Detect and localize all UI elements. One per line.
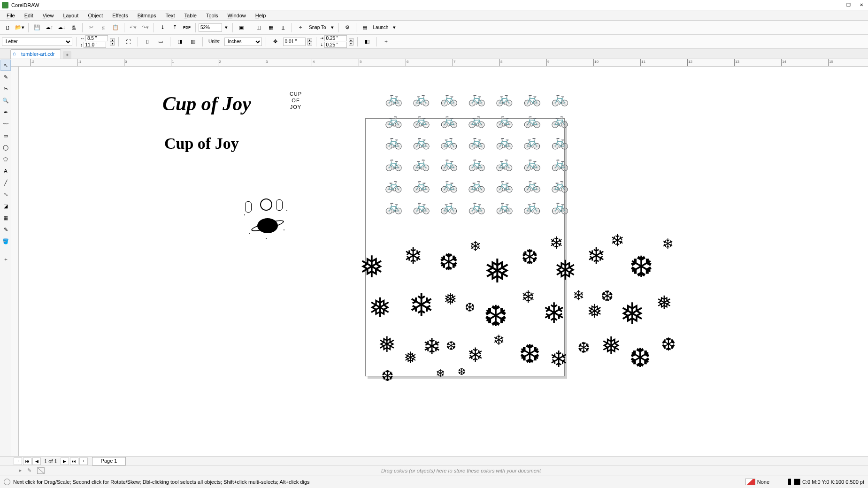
bike-glyph[interactable]: 🚲	[551, 132, 568, 151]
show-rulers-button[interactable]: ◫	[253, 22, 264, 33]
snowflake-glyph[interactable]: ❅	[378, 332, 396, 357]
bike-glyph[interactable]: 🚲	[496, 89, 513, 108]
snowflake-glyph[interactable]: ❅	[369, 292, 392, 324]
bike-glyph[interactable]: 🚲	[523, 89, 541, 108]
snowflake-glyph[interactable]: ❄	[549, 233, 563, 253]
ellipse-tool[interactable]: ◯	[0, 142, 11, 153]
cloud-down-button[interactable]: ☁↓	[56, 22, 67, 33]
bike-glyph[interactable]: 🚲	[496, 197, 513, 216]
bike-glyph[interactable]: 🚲	[413, 132, 430, 151]
bike-glyph[interactable]: 🚲	[413, 154, 430, 173]
snowflake-glyph[interactable]: ❄	[467, 343, 484, 366]
ruler-vertical[interactable]	[11, 67, 19, 456]
landscape-button[interactable]: ▭	[155, 36, 166, 47]
bike-glyph[interactable]: 🚲	[551, 197, 568, 216]
bike-glyph[interactable]: 🚲	[468, 89, 485, 108]
bike-glyph[interactable]: 🚲	[468, 132, 485, 151]
restore-button[interactable]: ❐	[842, 0, 855, 10]
snowflake-glyph[interactable]: ❆	[519, 339, 541, 369]
bike-glyph[interactable]: 🚲	[413, 197, 430, 216]
bike-glyph[interactable]: 🚲	[385, 197, 402, 216]
next-page-button[interactable]: ▶	[61, 458, 69, 465]
open-button[interactable]: 📂▾	[14, 22, 25, 33]
fullscreen-button[interactable]: ▣	[236, 22, 247, 33]
snowflake-glyph[interactable]: ❅	[484, 252, 511, 290]
snowflake-glyph[interactable]: ❅	[404, 348, 417, 367]
art-text-script[interactable]: Cup of Joy	[162, 92, 251, 115]
launch-dropdown[interactable]: ▾	[391, 22, 398, 33]
publish-pdf-button[interactable]: PDF	[181, 22, 192, 33]
bike-glyph[interactable]: 🚲	[413, 175, 430, 194]
ruler-horizontal[interactable]: -2-10123456789101112131415	[11, 59, 868, 67]
bike-glyph[interactable]: 🚲	[468, 175, 485, 194]
bike-glyph[interactable]: 🚲	[440, 197, 458, 216]
snowflake-glyph[interactable]: ❄	[408, 287, 434, 323]
bike-glyph[interactable]: 🚲	[385, 132, 402, 151]
bike-glyph[interactable]: 🚲	[385, 175, 402, 194]
snap-off-button[interactable]: ⌖	[295, 22, 306, 33]
bike-glyph[interactable]: 🚲	[440, 89, 458, 108]
art-text-serif[interactable]: Cup of Joy	[164, 135, 239, 152]
art-snowflakes[interactable]: ❅❄❆❄❅❆❄❅❄❄❆❄❅❄❅❆❆❄❄❄❅❆❅❅❅❅❄❆❄❄❆❄❆❅❆❆❆❄❆	[352, 226, 728, 376]
polygon-tool[interactable]: ⬠	[0, 153, 11, 165]
crop-tool[interactable]: ✂	[0, 83, 11, 94]
snowflake-glyph[interactable]: ❆	[577, 339, 590, 357]
fill-preview[interactable]	[745, 479, 755, 485]
transparency-tool[interactable]: ▦	[0, 212, 11, 223]
new-button[interactable]: 🗋	[2, 22, 13, 33]
drop-shadow-tool[interactable]: ◪	[0, 200, 11, 212]
no-color-swatch[interactable]	[37, 467, 45, 474]
launch-icon[interactable]: ▤	[359, 22, 370, 33]
snowflake-glyph[interactable]: ❄	[436, 367, 445, 380]
menu-layout[interactable]: Layout	[58, 11, 83, 20]
paste-button[interactable]: 📋	[110, 22, 121, 33]
artistic-media-tool[interactable]: 〰	[0, 118, 11, 130]
options-button[interactable]: ⚙	[342, 22, 353, 33]
pick-tool[interactable]: ↖	[0, 60, 11, 71]
canvas[interactable]: Cup of Joy Cup of Joy CUP OF JOY 🚲🚲🚲🚲🚲🚲🚲…	[19, 67, 868, 456]
art-bicycles[interactable]: 🚲🚲🚲🚲🚲🚲🚲🚲🚲🚲🚲🚲🚲🚲🚲🚲🚲🚲🚲🚲🚲🚲🚲🚲🚲🚲🚲🚲🚲🚲🚲🚲🚲🚲🚲🚲🚲🚲🚲🚲…	[385, 89, 667, 219]
current-page-button[interactable]: ▥	[187, 36, 199, 47]
snowflake-glyph[interactable]: ❆	[458, 366, 466, 377]
quick-customize-button[interactable]: ＋	[0, 253, 11, 265]
menu-object[interactable]: Object	[83, 11, 108, 20]
bike-glyph[interactable]: 🚲	[551, 175, 568, 194]
new-tab-button[interactable]: ＋	[63, 51, 71, 59]
gear-icon[interactable]	[4, 479, 10, 485]
bike-glyph[interactable]: 🚲	[496, 132, 513, 151]
shape-tool[interactable]: ✎	[0, 71, 11, 83]
snowflake-glyph[interactable]: ❆	[484, 299, 508, 333]
snowflake-glyph[interactable]: ❆	[601, 287, 614, 305]
snowflake-glyph[interactable]: ❄	[549, 346, 568, 372]
text-tool[interactable]: A	[0, 165, 11, 176]
nudge-input[interactable]	[283, 38, 306, 46]
bike-glyph[interactable]: 🚲	[468, 197, 485, 216]
bike-glyph[interactable]: 🚲	[385, 154, 402, 173]
last-page-button[interactable]: ⏭	[70, 458, 78, 465]
bike-glyph[interactable]: 🚲	[496, 111, 513, 130]
snowflake-glyph[interactable]: ❄	[521, 287, 535, 307]
snowflake-glyph[interactable]: ❅	[656, 292, 672, 313]
document-palette[interactable]: ▸ ✎ Drag colors (or objects) here to sto…	[0, 465, 868, 475]
zoom-tool[interactable]: 🔍	[0, 95, 11, 106]
menu-window[interactable]: Window	[223, 11, 251, 20]
page-width-input[interactable]	[85, 35, 108, 41]
eyedropper-icon[interactable]: ✎	[27, 467, 31, 473]
bike-glyph[interactable]: 🚲	[440, 132, 458, 151]
snowflake-glyph[interactable]: ❅	[359, 250, 384, 284]
art-space-doodle[interactable]	[244, 196, 291, 243]
snowflake-glyph[interactable]: ❄	[542, 297, 566, 329]
snowflake-glyph[interactable]: ❄	[469, 238, 481, 254]
parallel-dim-tool[interactable]: ╱	[0, 177, 11, 188]
launch-label[interactable]: Launch	[371, 25, 391, 30]
art-text-stacked[interactable]: CUP OF JOY	[282, 91, 310, 110]
snowflake-glyph[interactable]: ❅	[601, 332, 622, 360]
dup-y-input[interactable]	[324, 42, 347, 48]
cut-button[interactable]: ✂	[85, 22, 97, 33]
snowflake-glyph[interactable]: ❆	[439, 249, 459, 276]
bike-glyph[interactable]: 🚲	[468, 154, 485, 173]
snap-to-label[interactable]: Snap To	[307, 25, 328, 30]
snowflake-glyph[interactable]: ❆	[521, 245, 538, 269]
snowflake-glyph[interactable]: ❄	[493, 332, 505, 348]
fill-tool[interactable]: 🪣	[0, 236, 11, 247]
